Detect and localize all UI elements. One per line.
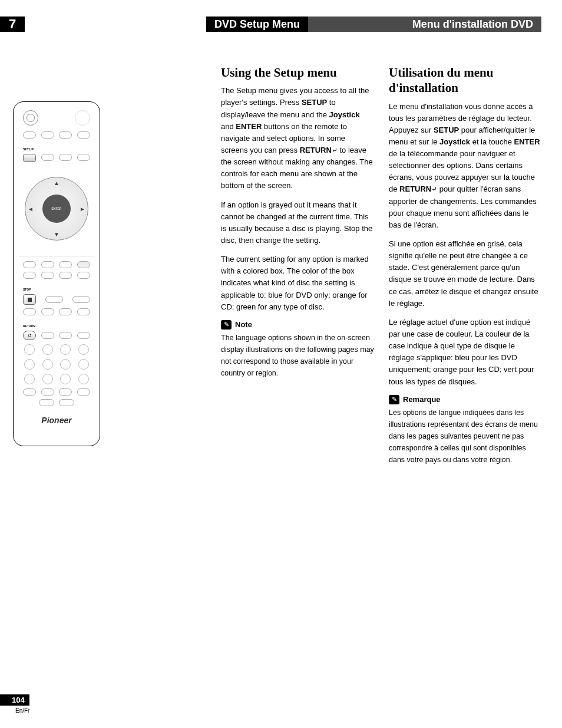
remote-button <box>23 272 36 279</box>
remote-dot-button <box>60 359 71 370</box>
body-paragraph: Le réglage actuel d'une option est indiq… <box>389 317 542 388</box>
remote-dot-button <box>60 344 71 355</box>
remote-dot-button <box>42 344 53 355</box>
remote-button <box>59 388 72 396</box>
joystick-dpad: ▲ ▼ ◄ ► ENTER <box>25 177 88 241</box>
body-paragraph: Si une option est affichée en grisé, cel… <box>389 238 542 309</box>
remote-button <box>41 261 54 268</box>
setup-label: SET UP <box>23 147 34 151</box>
body-paragraph: Le menu d'installation vous donne accès … <box>389 101 542 232</box>
remote-button <box>59 261 72 268</box>
return-arrow-icon: ⤶ <box>332 146 338 154</box>
remote-button <box>59 131 72 139</box>
remote-button <box>45 296 63 303</box>
remote-button <box>77 131 90 139</box>
stop-icon <box>28 298 32 302</box>
stop-button <box>23 294 36 305</box>
remote-button <box>41 388 54 396</box>
arrow-up-icon: ▲ <box>54 180 59 186</box>
body-paragraph: If an option is grayed out it means that… <box>221 199 374 247</box>
chapter-number: 7 <box>0 17 25 32</box>
arrow-right-icon: ► <box>80 205 85 212</box>
note-header: ✎ Remarque <box>389 395 542 404</box>
remote-dot-button <box>78 344 89 355</box>
setup-button <box>23 154 36 162</box>
note-icon: ✎ <box>221 320 232 330</box>
french-column: Utilisation du menu d'installation Le me… <box>389 65 542 466</box>
header-title-fr: Menu d'installation DVD <box>308 17 541 32</box>
remote-button <box>59 272 72 279</box>
note-label: Remarque <box>403 395 441 404</box>
remote-dot-button <box>60 374 71 384</box>
stop-label: STOP <box>23 288 31 291</box>
enter-button: ENTER <box>42 195 71 223</box>
brand-logo: Pioneer <box>18 416 95 425</box>
note-text: The language options shown in the on-scr… <box>221 332 374 379</box>
power-icon <box>75 110 90 126</box>
remote-dot-button <box>42 374 53 384</box>
disc-icon <box>23 110 38 126</box>
remote-button <box>39 399 54 406</box>
remote-button <box>41 131 54 139</box>
remote-button <box>23 261 36 268</box>
remote-button <box>77 308 90 315</box>
remote-button <box>41 332 54 339</box>
page-language-indicator: En/Fr <box>15 707 29 714</box>
remote-dot-button <box>24 344 35 355</box>
remote-button <box>77 272 90 279</box>
remote-button <box>77 261 90 268</box>
remote-button <box>23 131 36 139</box>
remote-button <box>77 332 90 339</box>
remote-button <box>59 308 72 315</box>
remote-button <box>23 388 36 396</box>
body-paragraph: The current setting for any option is ma… <box>221 253 374 313</box>
remote-button <box>41 272 54 279</box>
remote-dot-button <box>24 359 35 370</box>
return-button: ↺ <box>23 331 36 340</box>
english-column: Using the Setup menu The Setup menu give… <box>221 65 374 379</box>
section-title-en: Using the Setup menu <box>221 65 374 80</box>
remote-button <box>41 308 54 315</box>
body-paragraph: The Setup menu gives you access to all t… <box>221 85 374 192</box>
header-title-en: DVD Setup Menu <box>206 17 308 32</box>
remote-illustration: SET UP ▲ ▼ ◄ ► ENTER STOP <box>13 101 100 446</box>
note-icon: ✎ <box>389 395 399 404</box>
remote-button <box>23 308 36 315</box>
remote-button <box>59 399 74 406</box>
return-label: RETURN <box>23 324 35 328</box>
remote-dot-button <box>78 359 89 370</box>
remote-button <box>77 154 90 161</box>
remote-button <box>59 154 72 161</box>
return-arrow-icon: ⤶ <box>431 186 437 194</box>
note-header: ✎ Note <box>221 320 374 330</box>
remote-button <box>59 332 72 339</box>
remote-dot-button <box>42 359 53 370</box>
note-text: Les options de langue indiquées dans les… <box>389 407 542 466</box>
remote-button <box>41 154 54 161</box>
remote-button <box>77 388 90 396</box>
remote-dot-button <box>24 374 35 384</box>
page-number: 104 <box>0 694 29 706</box>
remote-dot-button <box>78 374 89 384</box>
remote-button <box>72 296 90 303</box>
arrow-left-icon: ◄ <box>28 205 34 212</box>
section-title-fr: Utilisation du menu d'installation <box>389 65 542 96</box>
arrow-down-icon: ▼ <box>54 231 59 238</box>
header-bar: 7 DVD Setup Menu Menu d'installation DVD <box>0 17 541 32</box>
note-label: Note <box>235 320 252 329</box>
